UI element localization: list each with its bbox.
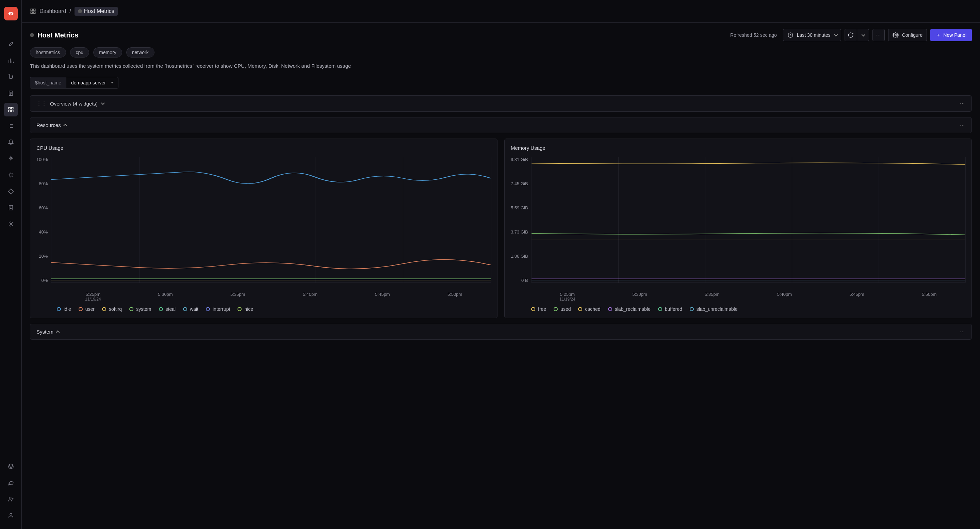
legend-item[interactable]: softirq — [102, 306, 122, 312]
nav-items[interactable] — [4, 185, 18, 198]
chevron-down-icon — [101, 101, 105, 105]
mem-legend: freeusedcachedslab_reclaimablebufferedsl… — [511, 301, 966, 312]
tag-cpu[interactable]: cpu — [70, 47, 89, 57]
tags-row: hostmetrics cpu memory network — [22, 47, 980, 63]
time-range-selector[interactable]: Last 30 minutes — [783, 29, 841, 41]
receipt-icon — [8, 205, 14, 211]
legend-dot — [79, 307, 83, 311]
pulse-icon — [78, 9, 82, 13]
refresh-dropdown[interactable] — [857, 29, 869, 41]
chevron-up-icon — [56, 330, 60, 334]
legend-item[interactable]: cached — [578, 306, 600, 312]
legend-item[interactable]: system — [129, 306, 151, 312]
legend-item[interactable]: steal — [159, 306, 176, 312]
legend-item[interactable]: slab_reclaimable — [608, 306, 651, 312]
rocket-icon — [8, 41, 14, 47]
nav-exceptions[interactable] — [4, 152, 18, 166]
list-icon — [8, 123, 14, 129]
section-resources[interactable]: Resources ⋯ — [30, 117, 972, 133]
legend-label: idle — [64, 306, 71, 312]
refresh-button[interactable] — [845, 29, 857, 41]
chevron-down-icon — [861, 33, 865, 37]
nav-dashboards[interactable] — [4, 103, 18, 116]
drag-icon: ⋮⋮ — [37, 100, 47, 107]
breadcrumb-separator: / — [69, 8, 71, 14]
nav-metrics[interactable] — [4, 54, 18, 67]
nav-chat[interactable] — [4, 476, 18, 489]
legend-dot — [183, 307, 187, 311]
legend-item[interactable]: slab_unreclaimable — [690, 306, 738, 312]
svg-rect-6 — [8, 110, 10, 112]
legend-item[interactable]: wait — [183, 306, 198, 312]
variable-selector[interactable]: $host_name demoapp-server — [30, 77, 118, 89]
legend-dot — [129, 307, 134, 311]
nav-logs[interactable] — [4, 86, 18, 100]
new-panel-button[interactable]: New Panel — [930, 29, 972, 41]
user-icon — [8, 512, 14, 518]
clock-icon — [788, 32, 794, 38]
nav-alerts[interactable] — [4, 135, 18, 149]
legend-item[interactable]: nice — [237, 306, 253, 312]
nav-profile[interactable] — [4, 508, 18, 522]
more-options-button[interactable]: ⋯ — [872, 29, 885, 41]
legend-label: slab_reclaimable — [615, 306, 651, 312]
tag-hostmetrics[interactable]: hostmetrics — [30, 47, 66, 57]
section-system[interactable]: System ⋯ — [30, 324, 972, 340]
configure-button[interactable]: Configure — [888, 29, 927, 41]
refresh-status: Refreshed 52 sec ago — [730, 32, 777, 38]
breadcrumb: Dashboard / Host Metrics — [22, 0, 980, 23]
legend-item[interactable]: buffered — [658, 306, 682, 312]
legend-dot — [608, 307, 612, 311]
mem-chart-title: Memory Usage — [511, 145, 966, 151]
section-menu[interactable]: ⋯ — [960, 101, 966, 106]
legend-dot — [554, 307, 558, 311]
svg-point-8 — [10, 174, 12, 176]
cpu-y-axis: 100% 80% 60% 40% 20% 0% — [37, 157, 51, 283]
legend-dot — [658, 307, 662, 311]
section-menu[interactable]: ⋯ — [960, 123, 966, 128]
cpu-chart-title: CPU Usage — [37, 145, 491, 151]
nav-bugs[interactable] — [4, 168, 18, 182]
tag-network[interactable]: network — [126, 47, 154, 57]
nav-billing[interactable] — [4, 201, 18, 215]
nav-invite[interactable] — [4, 492, 18, 506]
section-resources-label: Resources — [37, 122, 61, 128]
section-overview[interactable]: ⋮⋮ Overview (4 widgets) ⋯ — [30, 95, 972, 112]
diamond-icon — [8, 188, 14, 194]
gear-icon — [8, 221, 14, 227]
legend-label: steal — [166, 306, 176, 312]
memory-usage-panel: Memory Usage 9.31 GiB 7.45 GiB 5.59 GiB … — [504, 139, 972, 318]
breadcrumb-root[interactable]: Dashboard — [40, 8, 66, 14]
spark-icon — [8, 156, 14, 162]
legend-dot — [159, 307, 163, 311]
svg-point-12 — [10, 513, 12, 515]
nav-layers[interactable] — [4, 460, 18, 473]
svg-rect-5 — [11, 107, 13, 109]
nav-getting-started[interactable] — [4, 37, 18, 51]
legend-label: user — [86, 306, 95, 312]
nav-list[interactable] — [4, 119, 18, 133]
section-menu[interactable]: ⋯ — [960, 329, 966, 335]
cpu-x-axis: 5:25pm11/19/24 5:30pm 5:35pm 5:40pm 5:45… — [37, 290, 491, 301]
nav-traces[interactable] — [4, 70, 18, 84]
sidebar — [0, 0, 22, 529]
legend-item[interactable]: user — [79, 306, 95, 312]
legend-label: free — [538, 306, 546, 312]
svg-point-11 — [9, 497, 11, 499]
grid-icon — [8, 107, 14, 113]
legend-item[interactable]: interrupt — [206, 306, 230, 312]
eye-icon — [8, 11, 14, 17]
legend-item[interactable]: used — [554, 306, 571, 312]
legend-label: nice — [244, 306, 253, 312]
svg-point-0 — [10, 13, 11, 14]
legend-item[interactable]: free — [531, 306, 546, 312]
breadcrumb-current: Host Metrics — [75, 7, 118, 16]
legend-dot — [578, 307, 582, 311]
chevron-down-icon — [834, 33, 837, 37]
legend-item[interactable]: idle — [57, 306, 71, 312]
tag-memory[interactable]: memory — [93, 47, 122, 57]
app-logo[interactable] — [4, 7, 18, 21]
legend-dot — [237, 307, 242, 311]
page-header: Host Metrics Refreshed 52 sec ago Last 3… — [22, 23, 980, 47]
nav-settings[interactable] — [4, 217, 18, 231]
